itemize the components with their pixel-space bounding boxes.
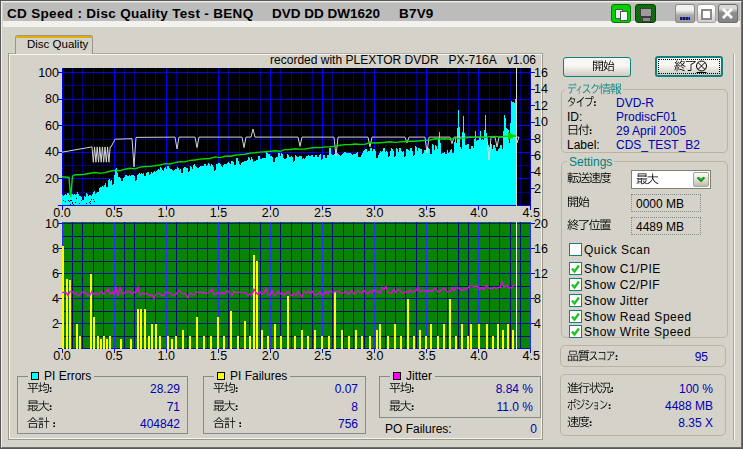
svg-text:3.0: 3.0 xyxy=(366,349,383,363)
svg-text:60: 60 xyxy=(45,119,59,133)
svg-text:4: 4 xyxy=(52,292,59,306)
svg-text:6: 6 xyxy=(52,267,59,281)
svg-text:2.5: 2.5 xyxy=(314,349,331,363)
svg-text:20: 20 xyxy=(534,217,548,231)
svg-text:12: 12 xyxy=(534,267,548,281)
svg-text:12: 12 xyxy=(534,99,548,113)
svg-text:4.5: 4.5 xyxy=(523,349,540,363)
svg-text:2: 2 xyxy=(52,317,59,331)
svg-text:8: 8 xyxy=(52,242,59,256)
svg-text:6: 6 xyxy=(534,149,541,163)
svg-text:14: 14 xyxy=(534,82,548,96)
svg-text:8: 8 xyxy=(534,132,541,146)
svg-text:0.5: 0.5 xyxy=(105,349,122,363)
svg-text:10: 10 xyxy=(534,115,548,129)
svg-text:20: 20 xyxy=(45,172,59,186)
svg-text:4.0: 4.0 xyxy=(470,349,487,363)
svg-text:8: 8 xyxy=(534,292,541,306)
svg-text:1.0: 1.0 xyxy=(158,349,175,363)
svg-text:3.5: 3.5 xyxy=(418,349,435,363)
svg-text:16: 16 xyxy=(534,242,548,256)
svg-text:4: 4 xyxy=(534,317,541,331)
svg-text:2: 2 xyxy=(534,182,541,196)
svg-text:2.0: 2.0 xyxy=(262,349,279,363)
svg-text:80: 80 xyxy=(45,92,59,106)
svg-text:0.0: 0.0 xyxy=(53,349,70,363)
svg-text:1.5: 1.5 xyxy=(210,349,227,363)
svg-text:16: 16 xyxy=(534,66,548,80)
svg-text:4: 4 xyxy=(534,165,541,179)
svg-text:10: 10 xyxy=(45,217,59,231)
svg-text:100: 100 xyxy=(38,66,59,80)
svg-text:40: 40 xyxy=(45,145,59,159)
